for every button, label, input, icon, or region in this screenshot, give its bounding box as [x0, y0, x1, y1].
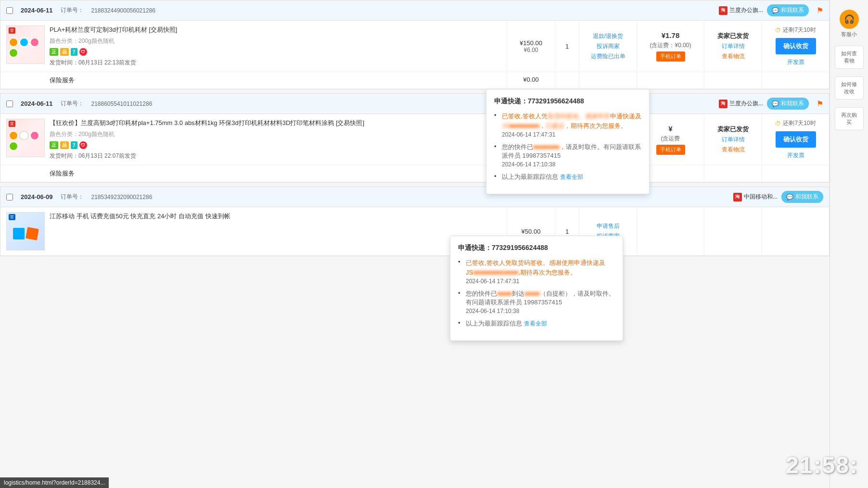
aftersale-link-3[interactable]: 申请售后	[597, 222, 620, 230]
product-image-2: 官	[6, 119, 45, 157]
contact-btn-1[interactable]: 💬 和我联系	[767, 4, 809, 16]
product-variant-2: 颜色分类：200g颜色随机	[50, 130, 501, 138]
tooltip-item-2-3: 以上为最新跟踪信息 查看全部	[458, 319, 615, 328]
insurance-row-2: 保险服务 ¥0.00	[0, 165, 829, 182]
shop-logo-3: 淘	[733, 193, 742, 201]
order-header-2: 2024-06-11 订单号： 2188605541011021286 淘 兰度…	[0, 94, 829, 114]
tooltip-item-1-3: 以上为最新跟踪信息 查看全部	[494, 173, 641, 181]
how-to-view-btn[interactable]: 如何查看物	[835, 46, 864, 69]
product-img-placeholder-1: 官	[7, 25, 44, 64]
order-detail-link-2[interactable]: 订单详情	[722, 136, 745, 144]
tooltip-item-time-2-1: 2024-06-14 17:47:31	[466, 278, 615, 285]
insurance-confirm-1	[762, 72, 829, 88]
order-number-label-3: 订单号：	[61, 193, 84, 201]
qty-cell-1: 1	[555, 21, 579, 72]
product-title-2[interactable]: 【狂欢价】兰度高韧3d打印耗材pla+1.75mm 3.0 abs材料1kg 环…	[50, 119, 501, 127]
mobile-order-btn-2[interactable]: 手机订单	[656, 145, 685, 155]
product-badges-2: 正 品 7 🛡	[50, 141, 501, 149]
invoice-link-1[interactable]: 开发票	[787, 58, 804, 66]
badge-authentic-1: 正	[50, 48, 58, 56]
product-info-2: 【狂欢价】兰度高韧3d打印耗材pla+1.75mm 3.0 abs材料1kg 环…	[50, 119, 501, 160]
order-block-2: 2024-06-11 订单号： 2188605541011021286 淘 兰度…	[0, 93, 830, 183]
invoice-link-2[interactable]: 开发票	[787, 151, 804, 160]
order-shop-area-3: 淘 中国移动和... 💬 和我联系	[733, 191, 823, 203]
order-shop-2: 淘 兰度办公旗...	[719, 100, 763, 108]
contact-btn-2[interactable]: 💬 和我联系	[767, 98, 809, 110]
action-cell-1: 退款/退换货 投诉商家 运费险已出单	[579, 21, 637, 72]
how-to-modify-btn[interactable]: 如何修改收	[835, 76, 864, 100]
tooltip-item-time-1-2: 2024-06-14 17:10:38	[502, 161, 641, 168]
product-badges-1: 正 品 7 🛡	[50, 48, 501, 56]
status-cell-1: 卖家已发货 订单详情 查看物流	[704, 21, 762, 72]
order-shop-area-2: 淘 兰度办公旗... 💬 和我联系 ⚑	[719, 98, 823, 110]
logistics-link-1[interactable]: 查看物流	[722, 52, 745, 61]
repurchase-btn[interactable]: 再次购买	[835, 107, 864, 130]
price-sub-1: ¥6.00	[523, 47, 538, 53]
confirm-btn-1[interactable]: 确认收货	[776, 38, 816, 54]
tooltip-item-text-1-1: 已签收,签收人凭取货码签收。感谢申田申通快递及JS■■■■■■■■，已建议，期待…	[502, 112, 641, 130]
complaint-link-1[interactable]: 投诉商家	[597, 42, 620, 50]
amount-sub-2: (含运费	[661, 135, 680, 143]
insurance-qty-1	[555, 72, 579, 88]
order-date-1: 2024-06-11	[21, 7, 53, 14]
flag-btn-2[interactable]: ⚑	[817, 99, 823, 108]
status-bar: logistics/home.html?orderId=2188324...	[0, 477, 109, 488]
product-title-3[interactable]: 江苏移动 手机 话费充值50元 快充直充 24小时 自动充值 快速到帐	[50, 212, 501, 221]
product-title-1[interactable]: PLA+耗材兰度可定制3d打印机耗材 [交易快照]	[50, 25, 501, 34]
shop-name-2: 兰度办公旗...	[729, 100, 763, 108]
product-cell-1: 官 PLA+耗材兰度可定制3d打印机耗材 [交易快照] 颜色分类：200g颜色随…	[0, 21, 507, 72]
order-product-row-3: 官 江苏移动 手机 话费充值50元 快充直充 24小时 自动充值 快速到帐 ¥5…	[0, 207, 829, 256]
amount-cell-3	[637, 207, 704, 255]
timer-icon-1: ⏱	[775, 27, 781, 34]
contact-icon-1: 💬	[772, 7, 779, 14]
tooltip-more-link-1[interactable]: 查看全部	[560, 174, 583, 180]
order-number-3: 2185349232090021286	[91, 194, 153, 200]
order-product-row-1: 官 PLA+耗材兰度可定制3d打印机耗材 [交易快照] 颜色分类：200g颜色随…	[0, 21, 829, 72]
tooltip-item-1-1: 已签收,签收人凭取货码签收。感谢申田申通快递及JS■■■■■■■■，已建议，期待…	[494, 112, 641, 138]
tooltip-item-1-2: 您的快件已■■■■■■■，请及时取件。有问题请联系派件员 19987357415…	[494, 143, 641, 168]
order-number-label-1: 订单号：	[61, 6, 84, 14]
product-cell-2: 官 【狂欢价】兰度高韧3d打印耗材pla+1.75mm 3.0 abs材料1kg…	[0, 114, 507, 165]
flag-btn-1[interactable]: ⚑	[817, 6, 823, 15]
shop-logo-2: 淘	[719, 100, 728, 108]
order-shop-3: 淘 中国移动和...	[733, 193, 778, 201]
contact-btn-3[interactable]: 💬 和我联系	[781, 191, 823, 203]
insurance-label-2: 保险服务	[0, 165, 507, 182]
shop-logo-1: 淘	[719, 6, 728, 15]
order-block-1: 2024-06-11 订单号： 21883244900056021286 淘 兰…	[0, 0, 830, 89]
status-cell-3	[704, 207, 762, 255]
order-number-1: 21883244900056021286	[91, 7, 155, 14]
customer-service-area: 🎧 客服小	[840, 10, 859, 38]
insurance-action-1	[579, 72, 637, 88]
confirm-btn-2[interactable]: 确认收货	[776, 131, 816, 148]
amount-sub-1: (含运费：¥0.00)	[650, 41, 691, 50]
order-checkbox-3[interactable]	[6, 194, 13, 200]
status-text-2: 卖家已发货	[717, 125, 749, 134]
mobile-order-btn-1[interactable]: 手机订单	[656, 51, 685, 62]
refund-link-1[interactable]: 退款/退换货	[593, 32, 623, 40]
order-checkbox-1[interactable]	[6, 7, 13, 14]
right-panel: 🎧 客服小 如何查看物 如何修改收 再次购买	[830, 0, 868, 488]
badge-guarantee-2: 品	[60, 141, 69, 149]
insurance-label-1: 保险服务	[0, 72, 507, 88]
qty-3: 1	[565, 228, 569, 235]
badge-7day-2: 7	[71, 141, 77, 149]
price-cell-1: ¥150.00 ¥6.00	[507, 21, 555, 72]
order-checkbox-2[interactable]	[6, 100, 13, 107]
product-info-1: PLA+耗材兰度可定制3d打印机耗材 [交易快照] 颜色分类：200g颜色随机 …	[50, 25, 501, 67]
timer-text-2: ⏱ 还剩7天10时	[775, 119, 816, 127]
order-detail-link-1[interactable]: 订单详情	[722, 42, 745, 50]
amount-cell-1: ¥1.78 (含运费：¥0.00) 手机订单	[637, 21, 704, 72]
confirm-cell-1: ⏱ 还剩7天10时 确认收货 开发票	[762, 21, 829, 72]
insurance-link-1[interactable]: 运费险已出单	[591, 52, 625, 61]
tooltip-courier-2: 申通快递：773291956624488	[458, 244, 615, 252]
clock-overlay: 21:58:	[786, 452, 858, 478]
logistics-link-2[interactable]: 查看物流	[722, 146, 745, 154]
qty-1: 1	[565, 43, 569, 50]
tooltip-more-link-2[interactable]: 查看全部	[524, 320, 547, 327]
tooltip-item-2-2: 您的快件已■■■■到达■■■■（自提柜），请及时取件。有问题请联系派件员 199…	[458, 289, 615, 314]
ship-time-1: 发货时间：06月13日 22:13前发货	[50, 59, 501, 67]
tooltip-popup-1: 申通快递：773291956624488 已签收,签收人凭取货码签收。感谢申田申…	[486, 89, 650, 194]
status-url: logistics/home.html?orderId=2188324...	[4, 479, 105, 486]
main-container: 2024-06-11 订单号： 21883244900056021286 淘 兰…	[0, 0, 830, 488]
